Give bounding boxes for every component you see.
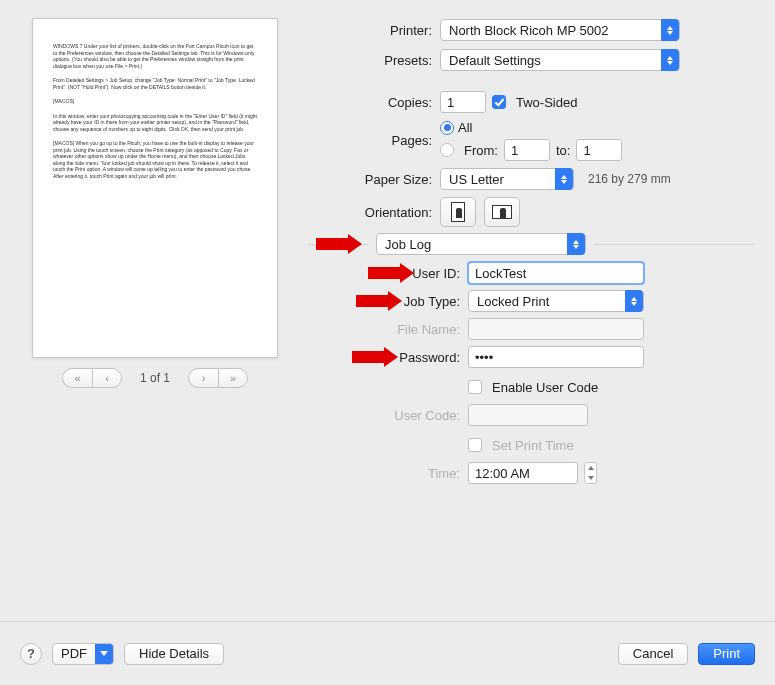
time-stepper bbox=[584, 462, 597, 484]
section-separator: Job Log bbox=[308, 233, 755, 255]
password-input[interactable]: •••• bbox=[468, 346, 644, 368]
user-id-input[interactable]: LockTest bbox=[468, 262, 644, 284]
preview-text: In this window, enter your photocopying … bbox=[53, 113, 257, 133]
orientation-portrait-button[interactable] bbox=[440, 197, 476, 227]
print-dialog: WINDOWS 7 Under your list of printers, d… bbox=[0, 0, 775, 685]
paper-size-value: US Letter bbox=[449, 172, 549, 187]
cancel-button[interactable]: Cancel bbox=[618, 643, 688, 665]
red-arrow-icon bbox=[352, 347, 398, 367]
paper-size-label: Paper Size: bbox=[308, 172, 440, 187]
red-arrow-icon bbox=[356, 291, 402, 311]
preview-text: [MACOS] When you go up to the Ricoh, you… bbox=[53, 140, 257, 179]
preview-nav: « ‹ 1 of 1 › » bbox=[20, 368, 290, 388]
red-arrow-icon bbox=[368, 263, 414, 283]
preview-text: [MACOS] bbox=[53, 98, 257, 105]
user-code-label: User Code: bbox=[338, 408, 468, 423]
preview-pane: WINDOWS 7 Under your list of printers, d… bbox=[20, 18, 290, 596]
orientation-label: Orientation: bbox=[308, 205, 440, 220]
orientation-landscape-button[interactable] bbox=[484, 197, 520, 227]
pages-from-label: From: bbox=[464, 143, 498, 158]
dropdown-caret-icon bbox=[625, 290, 643, 312]
job-type-select[interactable]: Locked Print bbox=[468, 290, 644, 312]
pdf-menu-button[interactable]: PDF bbox=[52, 643, 114, 665]
paper-size-note: 216 by 279 mm bbox=[588, 172, 671, 186]
preview-text: WINDOWS 7 Under your list of printers, d… bbox=[53, 43, 257, 69]
presets-label: Presets: bbox=[308, 53, 440, 68]
file-name-input bbox=[468, 318, 644, 340]
copies-input[interactable]: 1 bbox=[440, 91, 486, 113]
paper-size-select[interactable]: US Letter bbox=[440, 168, 574, 190]
file-name-label: File Name: bbox=[338, 322, 468, 337]
set-print-time-label: Set Print Time bbox=[492, 438, 574, 453]
printer-label: Printer: bbox=[308, 23, 440, 38]
dropdown-caret-icon bbox=[95, 643, 113, 665]
preview-text: From Detailed Settings > Job Setup, chan… bbox=[53, 77, 257, 90]
pages-to-input[interactable]: 1 bbox=[576, 139, 622, 161]
presets-select[interactable]: Default Settings bbox=[440, 49, 680, 71]
pdf-label: PDF bbox=[53, 646, 95, 661]
dropdown-caret-icon bbox=[555, 168, 573, 190]
time-label: Time: bbox=[338, 466, 468, 481]
bottom-toolbar: ? PDF Hide Details Cancel Print bbox=[0, 621, 775, 685]
pages-all-radio[interactable] bbox=[440, 121, 454, 135]
dropdown-caret-icon bbox=[567, 233, 585, 255]
preview-page-indicator: 1 of 1 bbox=[140, 371, 170, 385]
enable-user-code-label: Enable User Code bbox=[492, 380, 598, 395]
pages-from-input[interactable]: 1 bbox=[504, 139, 550, 161]
copies-label: Copies: bbox=[308, 95, 440, 110]
printer-select[interactable]: North Block Ricoh MP 5002 bbox=[440, 19, 680, 41]
dropdown-caret-icon bbox=[661, 49, 679, 71]
enable-user-code-checkbox[interactable] bbox=[468, 380, 482, 394]
preview-first-button[interactable]: « bbox=[62, 368, 92, 388]
pages-label: Pages: bbox=[308, 133, 440, 148]
user-code-input bbox=[468, 404, 588, 426]
dropdown-caret-icon bbox=[661, 19, 679, 41]
time-input: 12:00 AM bbox=[468, 462, 578, 484]
set-print-time-checkbox[interactable] bbox=[468, 438, 482, 452]
two-sided-checkbox[interactable] bbox=[492, 95, 506, 109]
preview-page: WINDOWS 7 Under your list of printers, d… bbox=[32, 18, 278, 358]
pages-from-radio[interactable] bbox=[440, 143, 454, 157]
job-type-value: Locked Print bbox=[477, 294, 619, 309]
preview-prev-button[interactable]: ‹ bbox=[92, 368, 122, 388]
hide-details-button[interactable]: Hide Details bbox=[124, 643, 224, 665]
pages-to-label: to: bbox=[556, 143, 570, 158]
printer-value: North Block Ricoh MP 5002 bbox=[449, 23, 655, 38]
red-arrow-icon bbox=[316, 234, 362, 254]
section-value: Job Log bbox=[385, 237, 561, 252]
print-button[interactable]: Print bbox=[698, 643, 755, 665]
two-sided-label: Two-Sided bbox=[516, 95, 577, 110]
preview-next-button[interactable]: › bbox=[188, 368, 218, 388]
presets-value: Default Settings bbox=[449, 53, 655, 68]
preview-last-button[interactable]: » bbox=[218, 368, 248, 388]
help-button[interactable]: ? bbox=[20, 643, 42, 665]
section-select[interactable]: Job Log bbox=[376, 233, 586, 255]
pages-all-label: All bbox=[458, 120, 472, 135]
